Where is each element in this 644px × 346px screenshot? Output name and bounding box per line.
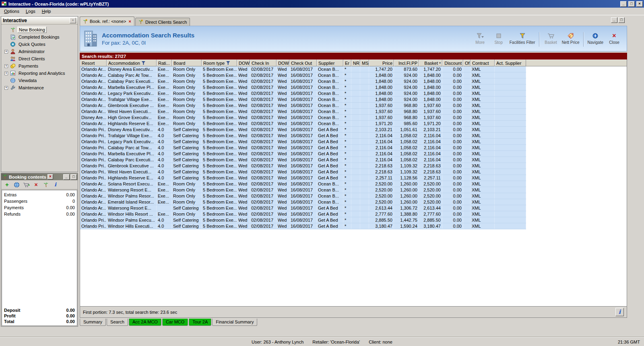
result-row[interactable]: Orlando Pri...West Haven Executi...4.0Se… <box>80 169 526 175</box>
section-tab[interactable]: Tour 2A <box>189 319 211 326</box>
result-row[interactable]: Orlando Ar...Trafalgar Village Exe...Exe… <box>80 97 526 103</box>
toolbar-button[interactable]: More <box>471 31 489 45</box>
mdi-restore-button[interactable]: □ <box>618 17 625 23</box>
column-header-er[interactable]: Er <box>343 60 351 66</box>
toolbar-button[interactable]: Facilities Filter <box>508 31 537 45</box>
column-header-nr[interactable]: NR <box>351 60 360 66</box>
delete-item-button[interactable]: × <box>33 181 39 188</box>
column-header-price[interactable]: Price <box>369 60 394 66</box>
result-row[interactable]: Orlando Pri...Highlands Reserve E...4.0S… <box>80 175 526 181</box>
column-header-basket[interactable]: Basket▾ <box>419 60 442 66</box>
column-header-supplier[interactable]: Supplier <box>317 60 343 66</box>
column-header-incl-fl-pp[interactable]: Incl.Fl.PP <box>394 60 419 66</box>
world-icon[interactable] <box>13 181 20 188</box>
expand-icon[interactable]: + <box>4 50 8 54</box>
booking-contents-close-button[interactable]: × <box>47 174 53 179</box>
column-header-ms[interactable]: MS <box>360 60 369 66</box>
result-row[interactable]: Orlando Ar...Emerald Island Resor...Exe.… <box>80 199 526 205</box>
result-row[interactable]: Orlando Ar...Marbella Executive Pl...Exe… <box>80 84 526 91</box>
result-row[interactable]: Orlando Ar...Calabay Parc Executi...Exe.… <box>80 78 526 84</box>
sidebar-item[interactable]: + Completed Bookings <box>1 33 78 41</box>
tab-booking-ref[interactable]: Book. ref.: <none> × <box>80 16 134 26</box>
result-row[interactable]: Orlando Ar...Glenbrook Executive ...Exe.… <box>80 103 526 109</box>
expand-icon[interactable]: + <box>4 64 8 68</box>
section-tab[interactable]: Acc 2A MCO <box>129 319 161 326</box>
maximize-button[interactable]: □ <box>628 1 635 7</box>
sidebar-item[interactable]: + Direct Clients <box>1 55 78 62</box>
section-tab[interactable]: Search <box>107 319 128 326</box>
result-row[interactable]: Disney Are...High Grove Executiv...Exe..… <box>80 115 526 121</box>
filter-icon[interactable] <box>142 61 145 65</box>
expand-icon[interactable]: + <box>4 86 8 90</box>
column-header-room-type[interactable]: Room type <box>202 60 237 66</box>
result-row[interactable]: Orlando Ar...Disney Area Executiv...Exe.… <box>80 66 526 72</box>
result-row[interactable]: Orlando Pri...Marbella Executive Pl...4.… <box>80 151 526 157</box>
result-row[interactable]: Orlando Pri...Disney Area Executiv...4.0… <box>80 127 526 133</box>
toolbar-button[interactable]: Stop <box>489 31 508 45</box>
sidebar-item[interactable]: + Reporting and Analytics <box>1 70 78 77</box>
tab-close-icon[interactable]: × <box>129 19 131 24</box>
result-row[interactable]: Orlando Pri...Legacy Park Executiv...4.0… <box>80 139 526 145</box>
result-row[interactable]: Orlando Pri...Trafalgar Village Exe...4.… <box>80 133 526 139</box>
result-row[interactable]: Orlando Ar...Highlands Reserve E...Exe..… <box>80 121 526 127</box>
toolbar-button[interactable]: £ Nett Price <box>560 31 581 45</box>
expand-icon[interactable]: + <box>4 72 8 75</box>
section-tab[interactable]: Financial Summary <box>212 319 257 326</box>
result-row[interactable]: Orlando Ar...Windsor Palms Resor...Exe..… <box>80 193 526 199</box>
column-header-rati[interactable]: Rati... <box>157 60 172 66</box>
refresh-palm-button[interactable] <box>42 181 49 188</box>
info-icon-button[interactable]: i <box>52 181 59 188</box>
result-row[interactable]: Orlando Ar...Watersong Resort E...Self C… <box>80 205 526 211</box>
result-row[interactable]: Orlando Pri...Calabay Parc at Tow...4.0S… <box>80 145 526 151</box>
column-header-discount[interactable]: Discount <box>442 60 463 66</box>
column-header-resort[interactable]: Resort <box>80 60 107 66</box>
tab-direct-clients-search[interactable]: Direct Clients Search <box>135 18 190 26</box>
sidebar-item[interactable]: + Maintenance <box>1 84 78 91</box>
toolbar-button[interactable]: × Close <box>605 31 623 45</box>
result-row[interactable]: Orlando Ar...Windsor Hills Resort ...Exe… <box>80 211 526 217</box>
toolbar-button[interactable]: Basket <box>542 31 560 45</box>
booking-contents-minimize-button[interactable]: _ <box>63 174 70 180</box>
result-row[interactable]: Orlando Pri...Windsor Palms Execu...4.0S… <box>80 217 526 223</box>
menu-item[interactable]: Help <box>39 8 54 14</box>
booking-contents-row[interactable]: Refunds 0.00 <box>4 211 75 217</box>
menu-item[interactable]: Options <box>1 8 23 14</box>
column-header-accommodation[interactable]: Accommodation <box>107 60 157 66</box>
close-button[interactable]: × <box>636 1 643 7</box>
column-header-of[interactable]: Of <box>463 60 471 66</box>
column-header-dow[interactable]: DOW <box>237 60 250 66</box>
section-tab[interactable]: Car MCO <box>162 319 188 326</box>
result-row[interactable]: Orlando Ar...Legacy Park Executiv...Exe.… <box>80 91 526 97</box>
filter-icon[interactable] <box>226 61 230 65</box>
toolbar-button[interactable]: Navigate <box>586 31 605 45</box>
result-row[interactable]: Orlando Ar...Calabay Parc At Tow...Exe..… <box>80 72 526 78</box>
booking-contents-row[interactable]: Passengers 0 <box>4 198 75 204</box>
column-header-contract[interactable]: Contract <box>471 60 495 66</box>
panel-collapse-button[interactable]: ▫ <box>70 18 76 23</box>
booking-contents-row[interactable]: Extras 0.00 <box>4 192 75 198</box>
column-header-board[interactable]: Board <box>172 60 202 66</box>
column-header-dow[interactable]: DOW <box>277 60 289 66</box>
result-row[interactable]: Orlando Pri...Windsor Hills Executi...4.… <box>80 223 526 229</box>
sidebar-item[interactable]: + Quick Quotes <box>1 41 78 48</box>
sidebar-item[interactable]: + Administrator <box>1 48 78 55</box>
menu-item[interactable]: Logs <box>23 8 39 14</box>
booking-contents-row[interactable]: Payments 0.00 <box>4 204 75 211</box>
result-row[interactable]: Orlando Pri...Calabay Parc Executi...4.0… <box>80 157 526 163</box>
minimize-button[interactable]: _ <box>620 1 627 7</box>
sidebar-item[interactable]: + Viewdata <box>1 77 78 84</box>
result-row[interactable]: Orlando Ar...Watersong Resort E...Exe...… <box>80 187 526 193</box>
add-item-button[interactable]: + <box>4 181 10 188</box>
info-button[interactable]: i <box>615 308 624 316</box>
result-row[interactable]: Orlando Ar...Solana Resort Execu...Exe..… <box>80 181 526 187</box>
booking-contents-restore-button[interactable]: □ <box>70 174 77 180</box>
column-header-act-supplier[interactable]: Act. Supplier <box>495 60 526 66</box>
basket-add-button[interactable] <box>23 181 30 188</box>
mdi-minimize-button[interactable]: _ <box>611 17 617 23</box>
sidebar-item[interactable]: + New Booking <box>1 26 78 33</box>
column-header-check-in[interactable]: Check In <box>250 60 277 66</box>
section-tab[interactable]: Summary <box>80 319 106 326</box>
result-row[interactable]: Orlando Pri...Glenbrook Executive ...4.0… <box>80 163 526 169</box>
result-row[interactable]: Orlando Ar...West Haven Executi...Exe...… <box>80 109 526 115</box>
column-header-check-out[interactable]: Check Out <box>289 60 317 66</box>
